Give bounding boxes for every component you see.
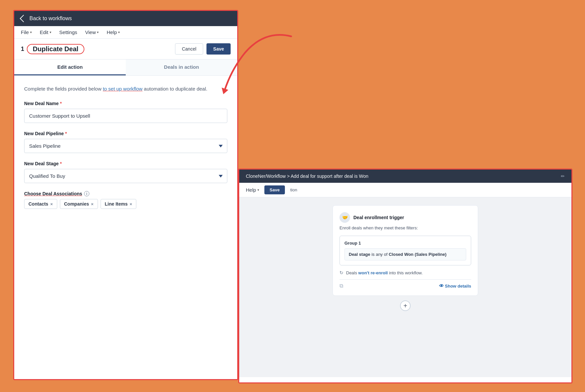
setup-workflow-link[interactable]: to set up workflow xyxy=(103,86,143,92)
tag-contacts: Contacts × xyxy=(24,199,57,209)
show-details-row: ⧉ 👁 Show details xyxy=(339,279,471,289)
save-button[interactable]: Save xyxy=(206,43,231,55)
filter-box: Deal stage is any of Closed Won (Sales P… xyxy=(344,248,466,260)
tab-edit-action[interactable]: Edit action xyxy=(14,59,126,75)
duplicate-deal-label: Duplicate Deal xyxy=(27,44,84,54)
chevron-down-icon: ▾ xyxy=(30,30,32,34)
deal-stage-select[interactable]: Qualified To Buy xyxy=(24,169,227,183)
menu-bar: File ▾ Edit ▾ Settings View ▾ Help ▾ xyxy=(14,26,237,39)
header-buttons: Cancel Save xyxy=(175,43,231,55)
right-save-button[interactable]: Save xyxy=(264,185,285,194)
tag-companies: Companies × xyxy=(60,199,98,209)
eye-icon: 👁 xyxy=(439,283,444,289)
trigger-subtitle: Enroll deals when they meet these filter… xyxy=(339,225,471,230)
deal-pipeline-select[interactable]: Sales Pipeline xyxy=(24,139,227,153)
tab-deals-in-action[interactable]: Deals in action xyxy=(126,59,237,75)
workflow-card: 🤝 Deal enrollment trigger Enroll deals w… xyxy=(333,205,478,296)
re-enroll-text: Deals won't re-enroll into this workflow… xyxy=(346,270,423,275)
required-marker: * xyxy=(65,131,67,136)
content-area: Complete the fields provided below to se… xyxy=(14,76,237,218)
associations-label: Choose Deal Associations i xyxy=(24,191,227,196)
edit-icon[interactable]: ✏ xyxy=(561,174,565,179)
menu-file[interactable]: File ▾ xyxy=(21,29,32,35)
deal-enrollment-icon: 🤝 xyxy=(339,212,350,223)
add-step-button[interactable]: + xyxy=(400,300,411,311)
chevron-down-icon: ▾ xyxy=(118,30,120,34)
top-nav: Back to workflows xyxy=(14,11,237,26)
group-box: Group 1 Deal stage is any of Closed Won … xyxy=(339,236,471,265)
deal-stage-wrapper: Qualified To Buy xyxy=(24,169,227,183)
header-row: 1 Duplicate Deal Cancel Save xyxy=(14,39,237,59)
desc-text-after: automation to duplicate deal. xyxy=(143,86,207,92)
back-label: Back to workflows xyxy=(29,16,72,21)
re-enroll-link[interactable]: won't re-enroll xyxy=(358,270,388,275)
menu-edit[interactable]: Edit ▾ xyxy=(40,29,51,35)
remove-line-items-button[interactable]: × xyxy=(130,202,132,207)
right-top-bar: CloneNer/Workflow > Add deal for support… xyxy=(239,170,571,183)
right-panel-title: CloneNer/Workflow > Add deal for support… xyxy=(246,174,368,179)
card-header: 🤝 Deal enrollment trigger xyxy=(339,212,471,223)
associations-label-text: Choose Deal Associations xyxy=(24,191,82,196)
menu-view[interactable]: View ▾ xyxy=(85,29,99,35)
info-icon[interactable]: i xyxy=(84,191,89,196)
chevron-down-icon: ▾ xyxy=(257,188,259,192)
re-enroll-row: ↻ Deals won't re-enroll into this workfl… xyxy=(339,270,471,275)
left-panel: Back to workflows File ▾ Edit ▾ Settings… xyxy=(13,10,238,380)
required-marker: * xyxy=(60,101,62,106)
remove-contacts-button[interactable]: × xyxy=(50,202,53,207)
deal-pipeline-wrapper: Sales Pipeline xyxy=(24,139,227,153)
tag-line-items: Line Items × xyxy=(101,199,137,209)
right-menu-help[interactable]: Help ▾ xyxy=(246,187,259,193)
deal-pipeline-label: New Deal Pipeline * xyxy=(24,131,227,136)
header-title: 1 Duplicate Deal xyxy=(21,44,84,54)
back-button[interactable]: Back to workflows xyxy=(21,16,72,21)
filter-value: Closed Won (Sales Pipeline) xyxy=(389,252,447,257)
re-enroll-icon: ↻ xyxy=(339,270,343,275)
filter-deal-stage: Deal stage xyxy=(349,252,370,257)
step-number: 1 xyxy=(21,46,24,53)
remove-companies-button[interactable]: × xyxy=(91,202,94,207)
desc-text-before: Complete the fields provided below xyxy=(24,86,103,92)
right-panel: CloneNer/Workflow > Add deal for support… xyxy=(238,169,572,383)
tags-row: Contacts × Companies × Line Items × xyxy=(24,199,227,209)
trigger-title: Deal enrollment trigger xyxy=(353,215,404,220)
tabs-row: Edit action Deals in action xyxy=(14,59,237,76)
deal-name-label: New Deal Name * xyxy=(24,101,227,106)
chevron-down-icon: ▾ xyxy=(50,30,51,34)
tion-label: tion xyxy=(290,187,297,192)
copy-icon: ⧉ xyxy=(339,283,343,289)
deal-name-input[interactable] xyxy=(24,109,227,123)
chevron-down-icon: ▾ xyxy=(97,30,99,34)
deal-stage-label: New Deal Stage * xyxy=(24,161,227,166)
description: Complete the fields provided below to se… xyxy=(24,85,227,93)
required-marker: * xyxy=(60,161,62,166)
menu-settings[interactable]: Settings xyxy=(59,29,77,35)
group-title: Group 1 xyxy=(344,241,466,246)
menu-help[interactable]: Help ▾ xyxy=(107,29,120,35)
back-chevron-icon xyxy=(20,15,27,22)
show-details-link[interactable]: 👁 Show details xyxy=(439,283,471,289)
cancel-button[interactable]: Cancel xyxy=(175,43,203,55)
right-menu-bar: Help ▾ Save tion xyxy=(239,183,571,197)
right-content: 🤝 Deal enrollment trigger Enroll deals w… xyxy=(239,197,571,377)
